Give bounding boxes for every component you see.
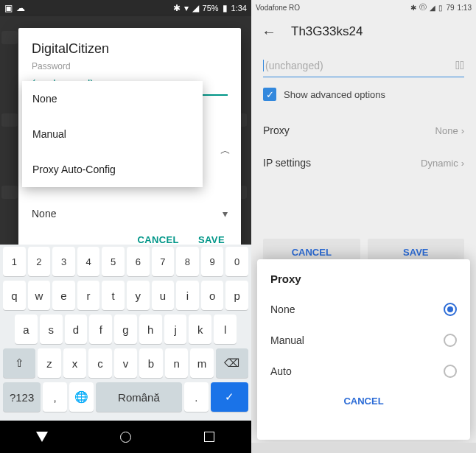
key-v[interactable]: v — [114, 348, 138, 378]
key-i[interactable]: i — [176, 281, 199, 310]
battery-icon: ▯ — [438, 4, 443, 12]
back-icon[interactable]: ← — [262, 24, 276, 41]
ip-value: Dynamic — [421, 158, 458, 169]
phone-left: ▣ ☁ ✱ ▾ ◢ 75% ▮ 1:34 DigitalCitizen Pass… — [0, 0, 251, 453]
radio-icon — [444, 334, 457, 347]
radio-option-manual[interactable]: Manual — [270, 325, 457, 356]
picture-icon: ▣ — [4, 3, 13, 13]
password-label: Password — [32, 61, 228, 71]
checkbox-checked-icon[interactable]: ✓ — [263, 88, 276, 101]
key-g[interactable]: g — [114, 315, 137, 344]
battery-text: 75% — [203, 4, 219, 13]
phone-right: Vodafone RO ✱ ⓝ ◢ ▯ 79 1:13 ← Th3G33ks24… — [251, 0, 476, 453]
show-advanced-row[interactable]: ✓ Show advanced options — [263, 88, 464, 101]
nav-back-icon[interactable] — [36, 432, 48, 442]
status-bar: Vodafone RO ✱ ⓝ ◢ ▯ 79 1:13 — [251, 0, 476, 15]
key-b[interactable]: b — [139, 348, 163, 378]
key-y[interactable]: y — [127, 281, 150, 310]
sheet-cancel-button[interactable]: CANCEL — [270, 387, 457, 408]
chevron-right-icon: › — [461, 158, 464, 169]
nfc-icon: ⓝ — [419, 2, 427, 13]
key-t[interactable]: t — [102, 281, 125, 310]
key-m[interactable]: m — [190, 348, 214, 378]
radio-icon — [444, 365, 457, 378]
key-7[interactable]: 7 — [152, 247, 175, 276]
select-row[interactable]: None ▾ — [32, 200, 228, 227]
key-o[interactable]: o — [201, 281, 224, 310]
key-enter[interactable]: ✓ — [211, 382, 248, 412]
key-comma[interactable]: , — [43, 382, 67, 412]
key-e[interactable]: e — [52, 281, 75, 310]
password-input[interactable]: (unchanged) 👁̸ — [263, 56, 464, 77]
key-4[interactable]: 4 — [77, 247, 100, 276]
key-n[interactable]: n — [165, 348, 189, 378]
key-0[interactable]: 0 — [225, 247, 248, 276]
key-backspace[interactable]: ⌫ — [216, 348, 248, 378]
key-2[interactable]: 2 — [28, 247, 51, 276]
radio-option-auto[interactable]: Auto — [270, 356, 457, 387]
key-1[interactable]: 1 — [3, 247, 26, 276]
nav-home-icon[interactable] — [120, 432, 131, 443]
proxy-row[interactable]: Proxy None › — [263, 114, 464, 147]
key-symbols[interactable]: ?123 — [3, 382, 41, 412]
key-9[interactable]: 9 — [201, 247, 224, 276]
key-period[interactable]: . — [184, 382, 209, 412]
radio-option-none[interactable]: None — [270, 294, 457, 325]
show-advanced-label: Show advanced options — [284, 89, 385, 100]
battery-text: 79 — [446, 4, 454, 12]
key-r[interactable]: r — [77, 281, 100, 310]
keyboard: 1 2 3 4 5 6 7 8 9 0 q w e r t y u i o p … — [0, 245, 251, 421]
save-button[interactable]: SAVE — [198, 234, 225, 245]
header: ← Th3G33ks24 — [251, 15, 476, 49]
carrier-label: Vodafone RO — [256, 4, 300, 12]
key-shift[interactable]: ⇧ — [3, 348, 35, 378]
key-h[interactable]: h — [139, 315, 162, 344]
cancel-button[interactable]: CANCEL — [137, 234, 179, 245]
key-a[interactable]: a — [15, 315, 38, 344]
status-bar: ▣ ☁ ✱ ▾ ◢ 75% ▮ 1:34 — [0, 0, 251, 16]
kbd-row-1: q w e r t y u i o p — [0, 278, 251, 312]
key-3[interactable]: 3 — [52, 247, 75, 276]
key-u[interactable]: u — [152, 281, 175, 310]
key-d[interactable]: d — [65, 315, 88, 344]
dropdown-option-pac[interactable]: Proxy Auto-Config — [22, 152, 203, 187]
proxy-sheet: Proxy None Manual Auto CANCEL — [257, 259, 470, 440]
clock: 1:34 — [231, 4, 247, 13]
key-6[interactable]: 6 — [127, 247, 150, 276]
key-f[interactable]: f — [89, 315, 112, 344]
key-k[interactable]: k — [189, 315, 211, 344]
dropdown-option-none[interactable]: None — [22, 81, 203, 116]
nav-recent-icon[interactable] — [204, 432, 214, 442]
key-j[interactable]: j — [164, 315, 187, 344]
key-c[interactable]: c — [88, 348, 112, 378]
battery-icon: ▮ — [223, 3, 228, 13]
key-p[interactable]: p — [225, 281, 248, 310]
key-globe[interactable]: 🌐 — [69, 382, 94, 412]
key-x[interactable]: x — [63, 348, 87, 378]
key-space[interactable]: Română — [96, 382, 182, 412]
key-5[interactable]: 5 — [102, 247, 125, 276]
eye-off-icon[interactable]: 👁̸ — [455, 59, 464, 72]
kbd-row-num: 1 2 3 4 5 6 7 8 9 0 — [0, 245, 251, 278]
key-z[interactable]: z — [38, 348, 61, 378]
radio-selected-icon — [444, 303, 457, 316]
signal-icon: ◢ — [430, 4, 435, 12]
chevron-right-icon: › — [461, 125, 464, 136]
wifi-icon: ▾ — [184, 3, 189, 13]
signal-icon: ◢ — [192, 3, 199, 13]
kbd-row-3: ⇧ z x c v b n m ⌫ — [0, 346, 251, 380]
kbd-row-4: ?123 , 🌐 Română . ✓ — [0, 380, 251, 414]
key-l[interactable]: l — [214, 315, 237, 344]
content: (unchanged) 👁̸ ✓ Show advanced options P… — [251, 49, 476, 179]
ip-row[interactable]: IP settings Dynamic › — [263, 147, 464, 179]
bluetooth-icon: ✱ — [410, 4, 416, 12]
ip-label: IP settings — [263, 157, 311, 169]
chevron-up-icon[interactable]: ︿ — [220, 144, 231, 158]
key-w[interactable]: w — [28, 281, 51, 310]
key-q[interactable]: q — [3, 281, 26, 310]
key-8[interactable]: 8 — [176, 247, 199, 276]
nav-bar — [0, 421, 251, 453]
key-s[interactable]: s — [40, 315, 63, 344]
dropdown-option-manual[interactable]: Manual — [22, 116, 203, 152]
password-placeholder: (unchanged) — [265, 60, 455, 71]
